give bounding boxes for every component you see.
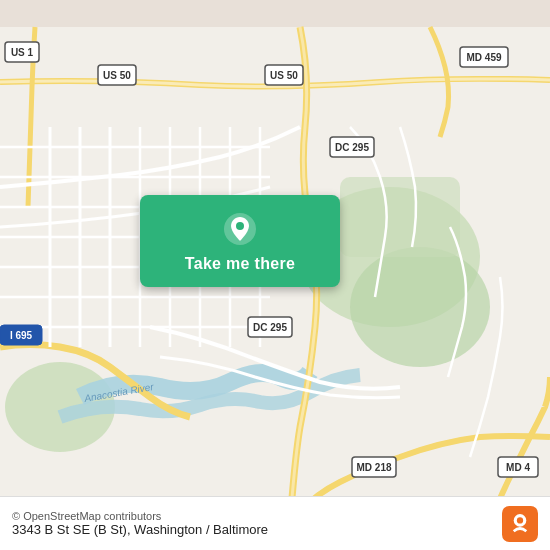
svg-point-2 [350,247,490,367]
svg-text:I 695: I 695 [10,330,33,341]
address-text: 3343 B St SE (B St), Washington / Baltim… [12,522,268,537]
svg-text:DC 295: DC 295 [335,142,369,153]
svg-text:DC 295: DC 295 [253,322,287,333]
bottom-info: © OpenStreetMap contributors 3343 B St S… [12,510,268,537]
svg-text:US 50: US 50 [103,70,131,81]
svg-text:MD 4: MD 4 [506,462,530,473]
moovit-icon [502,506,538,542]
moovit-logo [502,506,538,542]
svg-rect-4 [340,177,460,257]
osm-credit: © OpenStreetMap contributors [12,510,268,522]
svg-text:US 50: US 50 [270,70,298,81]
svg-point-40 [236,222,244,230]
svg-point-43 [517,517,523,523]
map-container: US 1 US 50 US 50 MD 459 DC 295 DC 295 I … [0,0,550,550]
take-me-there-button[interactable]: Take me there [140,195,340,287]
svg-text:MD 218: MD 218 [356,462,391,473]
bottom-bar: © OpenStreetMap contributors 3343 B St S… [0,496,550,550]
location-pin-icon [222,211,258,247]
button-label: Take me there [185,255,295,273]
svg-text:MD 459: MD 459 [466,52,501,63]
svg-text:US 1: US 1 [11,47,34,58]
